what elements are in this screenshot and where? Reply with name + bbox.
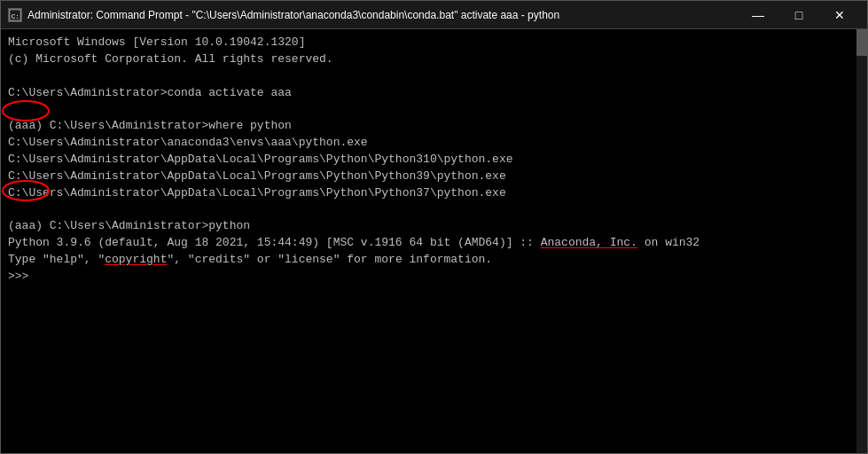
terminal-line: (c) Microsoft Corporation. All rights re… — [8, 51, 860, 68]
minimize-button[interactable]: — — [738, 1, 778, 29]
terminal-line: Microsoft Windows [Version 10.0.19042.13… — [8, 35, 860, 51]
terminal-line: C:\Users\Administrator\AppData\Local\Pro… — [8, 168, 860, 185]
terminal-line-aaa-python: (aaa) C:\Users\Administrator>python — [8, 218, 860, 235]
terminal-empty-line — [8, 101, 860, 118]
maximize-button[interactable]: □ — [778, 1, 819, 29]
svg-text:C:: C: — [12, 12, 20, 20]
terminal-line-python-version: Python 3.9.6 (default, Aug 18 2021, 15:4… — [8, 235, 860, 252]
terminal-prompt: >>> — [8, 269, 860, 286]
anaconda-text: Anaconda, Inc. — [541, 236, 637, 249]
scrollbar-thumb[interactable] — [856, 29, 867, 56]
terminal-line-aaa-where: (aaa) C:\Users\Administrator>where pytho… — [8, 118, 860, 135]
title-bar: C: Administrator: Command Prompt - "C:\U… — [1, 1, 867, 29]
terminal-line: C:\Users\Administrator\AppData\Local\Pro… — [8, 185, 860, 202]
terminal-empty-line — [8, 68, 860, 85]
cmd-window: C: Administrator: Command Prompt - "C:\U… — [0, 0, 868, 454]
app-icon: C: — [8, 8, 22, 22]
scrollbar[interactable] — [856, 29, 867, 453]
close-button[interactable]: ✕ — [819, 1, 860, 29]
window-title: Administrator: Command Prompt - "C:\User… — [27, 9, 738, 21]
terminal-line: C:\Users\Administrator\AppData\Local\Pro… — [8, 152, 860, 168]
terminal-empty-line — [8, 201, 860, 218]
terminal-line-help: Type "help", "copyright", "credits" or "… — [8, 252, 860, 269]
copyright-text: copyright — [105, 253, 167, 266]
window-controls: — □ ✕ — [738, 1, 860, 29]
terminal-body[interactable]: Microsoft Windows [Version 10.0.19042.13… — [1, 29, 867, 453]
terminal-line: C:\Users\Administrator\anaconda3\envs\aa… — [8, 135, 860, 152]
terminal-line: C:\Users\Administrator>conda activate aa… — [8, 85, 860, 102]
